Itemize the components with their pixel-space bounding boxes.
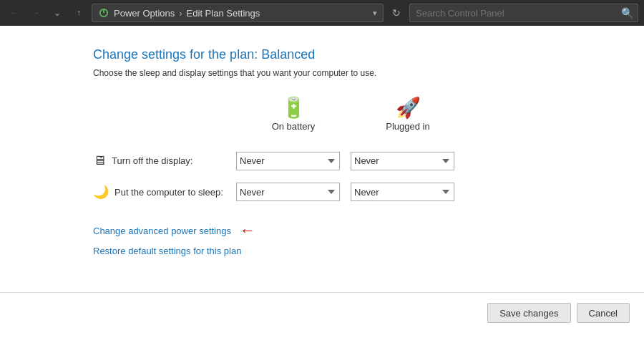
address-bar: ← → ⌄ ↑ Power Options › Edit Plan Settin… bbox=[0, 0, 644, 26]
page-subtitle: Choose the sleep and display settings th… bbox=[93, 68, 608, 78]
sleep-label: 🌙 Put the computer to sleep: bbox=[93, 180, 236, 204]
power-icon bbox=[98, 7, 109, 19]
save-changes-button[interactable]: Save changes bbox=[487, 303, 570, 323]
address-field: Power Options › Edit Plan Settings ▾ bbox=[92, 4, 384, 22]
plugged-in-column-header: 🚀 Plugged in bbox=[351, 98, 465, 132]
page-title: Change settings for the plan: Balanced bbox=[93, 47, 608, 62]
search-button[interactable]: 🔍 bbox=[617, 7, 638, 19]
restore-defaults-link[interactable]: Restore default settings for this plan bbox=[93, 246, 608, 256]
advanced-link-row: Change advanced power settings ← bbox=[93, 221, 608, 240]
display-setting-row: 🖥 Turn off the display: Never 1 minute 2… bbox=[93, 149, 608, 173]
main-content: Change settings for the plan: Balanced C… bbox=[0, 26, 644, 271]
cancel-button[interactable]: Cancel bbox=[577, 303, 630, 323]
dropdown-history-button[interactable]: ⌄ bbox=[49, 4, 66, 21]
plugged-in-label: Plugged in bbox=[386, 121, 429, 132]
on-battery-column-header: 🔋 On battery bbox=[236, 98, 351, 132]
battery-icon: 🔋 bbox=[281, 98, 306, 118]
bottom-bar: Save changes Cancel bbox=[0, 293, 644, 333]
breadcrumb-edit-plan[interactable]: Edit Plan Settings bbox=[187, 8, 260, 19]
sleep-battery-select[interactable]: Never 1 minute 2 minutes 5 minutes 10 mi… bbox=[236, 183, 340, 201]
display-battery-select[interactable]: Never 1 minute 2 minutes 5 minutes 10 mi… bbox=[236, 152, 340, 170]
search-input[interactable] bbox=[410, 8, 617, 19]
display-icon: 🖥 bbox=[93, 153, 106, 168]
breadcrumb-power-options[interactable]: Power Options bbox=[114, 8, 175, 19]
display-pluggedin-select[interactable]: Never 1 minute 2 minutes 5 minutes 10 mi… bbox=[351, 152, 454, 170]
display-battery-select-wrapper: Never 1 minute 2 minutes 5 minutes 10 mi… bbox=[236, 152, 351, 170]
sleep-pluggedin-select[interactable]: Never 1 minute 2 minutes 5 minutes 10 mi… bbox=[351, 183, 454, 201]
sleep-setting-row: 🌙 Put the computer to sleep: Never 1 min… bbox=[93, 180, 608, 204]
sleep-icon: 🌙 bbox=[93, 184, 109, 200]
links-section: Change advanced power settings ← Restore… bbox=[93, 221, 608, 256]
back-button[interactable]: ← bbox=[6, 4, 23, 21]
plugged-icon: 🚀 bbox=[396, 98, 421, 118]
up-button[interactable]: ↑ bbox=[70, 4, 87, 21]
search-box: 🔍 bbox=[409, 4, 638, 22]
on-battery-label: On battery bbox=[272, 121, 316, 132]
refresh-button[interactable]: ↻ bbox=[388, 4, 405, 21]
sleep-battery-select-wrapper: Never 1 minute 2 minutes 5 minutes 10 mi… bbox=[236, 183, 351, 201]
display-pluggedin-select-wrapper: Never 1 minute 2 minutes 5 minutes 10 mi… bbox=[351, 152, 465, 170]
sleep-pluggedin-select-wrapper: Never 1 minute 2 minutes 5 minutes 10 mi… bbox=[351, 183, 465, 201]
forward-button[interactable]: → bbox=[27, 4, 44, 21]
red-arrow-icon: ← bbox=[240, 221, 255, 240]
address-dropdown-button[interactable]: ▾ bbox=[373, 9, 377, 18]
display-label: 🖥 Turn off the display: bbox=[93, 149, 236, 173]
advanced-power-settings-link[interactable]: Change advanced power settings bbox=[93, 226, 231, 236]
breadcrumb-separator: › bbox=[179, 8, 182, 19]
